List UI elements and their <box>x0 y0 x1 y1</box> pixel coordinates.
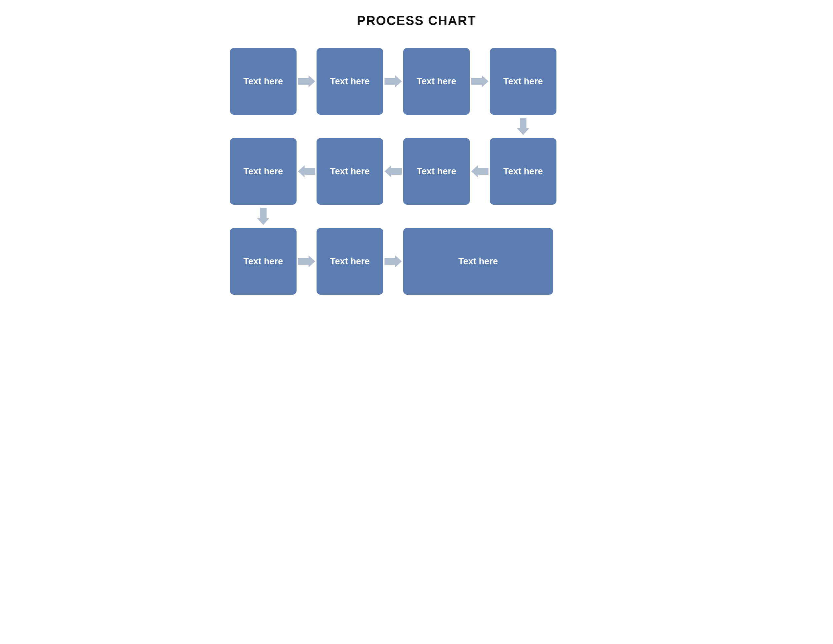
chart-body: Text here Text here Text here <box>217 48 616 295</box>
row-3: Text here Text here Text here <box>217 228 616 295</box>
svg-marker-8 <box>298 255 315 267</box>
box-3-2[interactable]: Text here <box>317 228 383 295</box>
row-2: Text here Text here Text here <box>217 138 616 204</box>
box-1-4[interactable]: Text here <box>490 48 556 115</box>
arrow-left-2-3 <box>470 165 490 178</box>
down-arrow-col4-icon <box>517 118 529 135</box>
svg-marker-5 <box>384 165 402 177</box>
arrow-right-1-1 <box>297 75 317 88</box>
box-1-3[interactable]: Text here <box>403 48 470 115</box>
box-1-1[interactable]: Text here <box>230 48 297 115</box>
svg-marker-1 <box>384 75 402 87</box>
down-arrow-row2 <box>217 204 616 228</box>
svg-marker-4 <box>298 165 315 177</box>
box-1-2[interactable]: Text here <box>317 48 383 115</box>
row-1: Text here Text here Text here <box>217 48 616 115</box>
box-2-3[interactable]: Text here <box>403 138 470 204</box>
down-arrow-col4-wrapper <box>490 118 556 135</box>
chart-title: PROCESS CHART <box>217 13 616 28</box>
box-3-3[interactable]: Text here <box>403 228 553 295</box>
box-2-1[interactable]: Text here <box>230 138 297 204</box>
svg-marker-7 <box>257 208 269 225</box>
arrow-left-2-1 <box>297 165 317 178</box>
box-3-1[interactable]: Text here <box>230 228 297 295</box>
arrow-right-3-2 <box>383 255 403 268</box>
arrow-right-1-2 <box>383 75 403 88</box>
down-arrow-row1 <box>217 115 616 138</box>
box-2-4[interactable]: Text here <box>490 138 556 204</box>
arrow-left-2-2 <box>383 165 403 178</box>
svg-marker-9 <box>384 255 402 267</box>
svg-marker-3 <box>517 118 529 135</box>
arrow-right-1-3 <box>470 75 490 88</box>
down-arrow-col1-wrapper <box>230 208 297 225</box>
svg-marker-6 <box>471 165 489 177</box>
arrow-right-3-1 <box>297 255 317 268</box>
svg-marker-2 <box>471 75 489 87</box>
down-arrow-col1-icon <box>257 208 269 225</box>
box-2-2[interactable]: Text here <box>317 138 383 204</box>
page-container: PROCESS CHART Text here Text here Text h <box>217 13 616 295</box>
svg-marker-0 <box>298 75 315 87</box>
